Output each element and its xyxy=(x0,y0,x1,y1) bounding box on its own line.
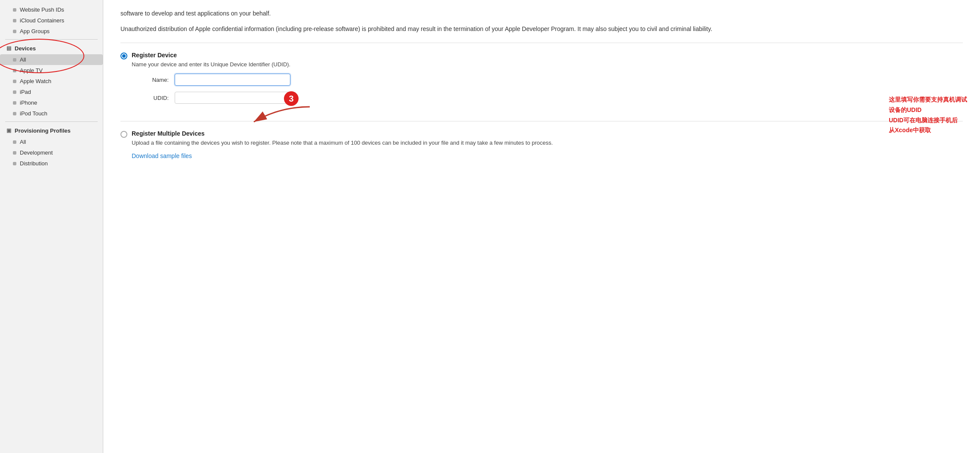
sidebar-item-icloud-containers[interactable]: iCloud Containers xyxy=(0,15,103,26)
divider2 xyxy=(120,121,963,121)
register-device-option: Register Device Name your device and ent… xyxy=(120,52,963,113)
annotation-line1: 这里填写你需要支持真机调试 xyxy=(889,95,967,105)
dot-icon xyxy=(13,151,16,155)
divider xyxy=(120,43,963,43)
register-multiple-radio[interactable] xyxy=(120,131,127,138)
intro-text1: software to develop and test application… xyxy=(120,9,963,18)
devices-icon: ▤ xyxy=(5,45,12,52)
sidebar-item-all[interactable]: All xyxy=(0,54,103,65)
register-device-desc: Name your device and enter its Unique De… xyxy=(132,60,290,69)
register-device-title: Register Device xyxy=(132,52,290,59)
dot-icon xyxy=(13,162,16,165)
sidebar: Website Push IDs iCloud Containers App G… xyxy=(0,0,103,453)
register-multiple-title: Register Multiple Devices xyxy=(132,130,553,137)
sidebar-section-provisioning[interactable]: ▣ Provisioning Profiles xyxy=(0,124,103,137)
provisioning-icon: ▣ xyxy=(5,127,12,134)
download-sample-files-link[interactable]: Download sample files xyxy=(132,152,192,159)
dot-icon xyxy=(13,80,16,83)
register-multiple-desc: Upload a file containing the devices you… xyxy=(132,139,553,147)
sidebar-item-ipod-touch[interactable]: iPod Touch xyxy=(0,108,103,119)
step-number-badge: 3 xyxy=(284,91,299,106)
sidebar-item-iphone[interactable]: iPhone xyxy=(0,97,103,108)
name-input[interactable] xyxy=(175,74,290,86)
name-label: Name: xyxy=(143,77,169,83)
sidebar-item-development[interactable]: Development xyxy=(0,147,103,158)
sidebar-item-apple-watch[interactable]: Apple Watch xyxy=(0,76,103,87)
dot-icon xyxy=(13,58,16,62)
register-device-radio[interactable] xyxy=(120,53,127,59)
divider xyxy=(5,121,98,122)
sidebar-item-apple-tv[interactable]: Apple TV xyxy=(0,65,103,76)
dot-icon xyxy=(13,101,16,105)
dot-icon xyxy=(13,112,16,115)
annotation-line3: UDID可在电脑连接手机后 xyxy=(889,115,967,126)
register-multiple-option: Register Multiple Devices Upload a file … xyxy=(120,130,963,162)
sidebar-item-pp-all[interactable]: All xyxy=(0,137,103,147)
dot-icon xyxy=(13,30,16,33)
divider xyxy=(5,39,98,40)
sidebar-section-devices[interactable]: ▤ Devices xyxy=(0,42,103,54)
sidebar-item-website-push-ids[interactable]: Website Push IDs xyxy=(0,4,103,15)
intro-text2: Unauthorized distribution of Apple confi… xyxy=(120,24,963,34)
name-form-row: Name: xyxy=(143,74,290,86)
udid-form-row: UDID: xyxy=(143,92,290,104)
annotation-line4: 从Xcode中获取 xyxy=(889,125,967,136)
sidebar-item-app-groups[interactable]: App Groups xyxy=(0,26,103,37)
dot-icon xyxy=(13,140,16,144)
annotation-line2: 设备的UDID xyxy=(889,105,967,115)
udid-label: UDID: xyxy=(143,95,169,101)
dot-icon xyxy=(13,19,16,22)
udid-input[interactable] xyxy=(175,92,290,104)
sidebar-item-ipad[interactable]: iPad xyxy=(0,87,103,97)
sidebar-item-distribution[interactable]: Distribution xyxy=(0,158,103,169)
dot-icon xyxy=(13,8,16,12)
main-content: software to develop and test application… xyxy=(103,0,980,453)
register-device-block: Register Device Name your device and ent… xyxy=(132,52,290,110)
dot-icon xyxy=(13,69,16,72)
register-multiple-block: Register Multiple Devices Upload a file … xyxy=(132,130,553,159)
dot-icon xyxy=(13,90,16,94)
annotation-box: 这里填写你需要支持真机调试 设备的UDID UDID可在电脑连接手机后 从Xco… xyxy=(889,95,967,136)
